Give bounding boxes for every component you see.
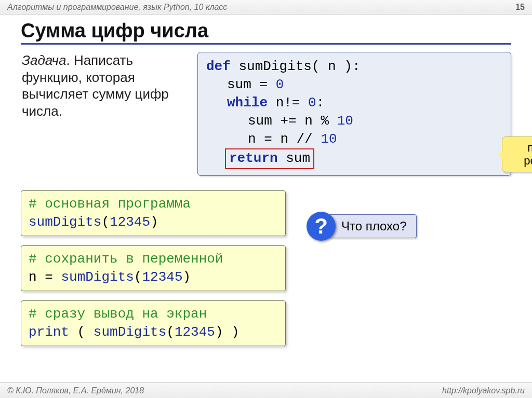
footer-authors: © К.Ю. Поляков, Е.А. Ерёмин, 2018 (7, 386, 144, 395)
subject-text: Алгоритмы и программирование, язык Pytho… (7, 3, 227, 12)
snippet-store-var: # сохранить в переменной n = sumDigits(1… (21, 245, 286, 291)
question-text: Что плохо? (328, 214, 417, 238)
snippet-main-program: # основная программа sumDigits(12345) (21, 190, 286, 236)
footer-url: http://kpolyakov.spb.ru (442, 386, 525, 395)
question-mark-icon: ? (307, 212, 336, 241)
return-box: return sum (225, 148, 314, 169)
page-number: 15 (515, 3, 525, 12)
task-label: Задача (22, 52, 66, 68)
page-title: Сумма цифр числа (21, 20, 511, 45)
callout-return: передача результата (502, 136, 532, 172)
code-function: def sumDigits( n ): sum = 0 while n!= 0:… (197, 52, 511, 176)
snippet-print: # сразу вывод на экран print ( sumDigits… (21, 300, 286, 346)
slide-footer: © К.Ю. Поляков, Е.А. Ерёмин, 2018 http:/… (0, 382, 532, 398)
slide-header: Алгоритмы и программирование, язык Pytho… (0, 0, 532, 15)
task-block: Задача. Написать функцию, которая вычисл… (21, 52, 187, 119)
question-callout: ? Что плохо? (307, 212, 417, 241)
